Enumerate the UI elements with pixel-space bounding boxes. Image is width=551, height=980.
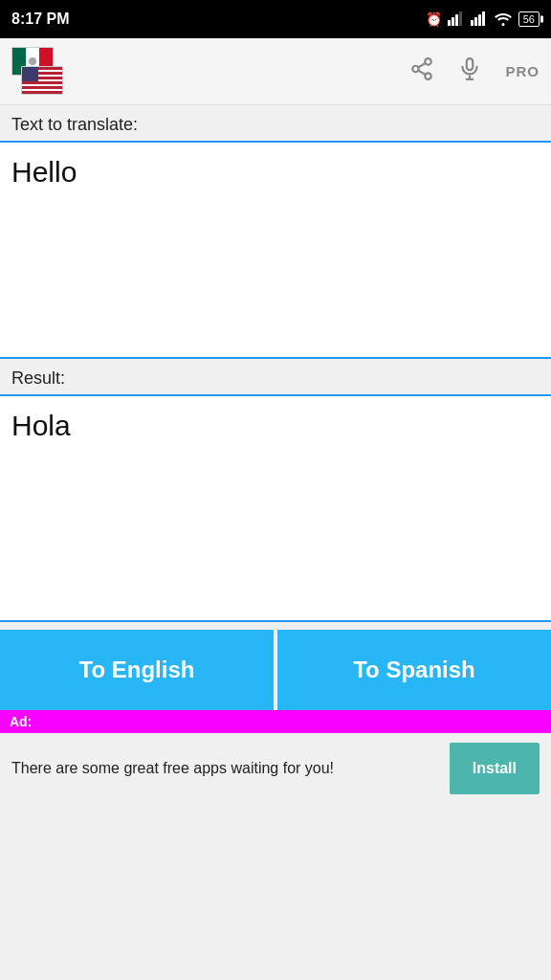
svg-rect-1 [452,17,454,26]
input-label: Text to translate: [0,105,551,141]
toolbar-icons: PRO [409,56,540,87]
buttons-row: To English To Spanish [0,630,551,710]
svg-rect-0 [448,20,451,26]
battery-indicator: 56 [518,11,540,27]
alarm-icon: ⏰ [426,11,442,27]
svg-rect-6 [478,14,481,26]
ad-content-row: There are some great free apps waiting f… [0,733,551,804]
status-icons: ⏰ [426,11,540,29]
svg-rect-13 [467,58,474,70]
pro-button[interactable]: PRO [505,63,540,79]
toolbar: PRO [0,38,551,105]
to-english-button[interactable]: To English [0,630,274,710]
svg-rect-2 [455,14,458,26]
svg-rect-3 [459,11,462,26]
translate-input[interactable] [0,143,551,353]
input-label-wrapper: Text to translate: [0,105,551,141]
wifi-icon [494,11,513,29]
signal-icon-1 [448,11,465,29]
status-bar: 8:17 PM ⏰ [0,0,551,38]
ad-message: There are some great free apps waiting f… [11,758,438,779]
input-area-wrapper [0,141,551,359]
result-textarea[interactable] [0,396,551,616]
install-button[interactable]: Install [450,743,540,794]
svg-line-12 [419,63,426,67]
result-label: Result: [0,359,551,394]
flags-container[interactable] [11,47,63,97]
svg-rect-5 [474,17,477,26]
to-spanish-button[interactable]: To Spanish [277,630,551,710]
signal-icon-2 [471,11,488,29]
microphone-icon[interactable] [457,56,482,87]
main-content: Text to translate: Result: To English To… [0,105,551,980]
svg-rect-4 [471,20,474,26]
svg-rect-7 [482,11,485,26]
result-label-wrapper: Result: [0,359,551,394]
result-area-wrapper [0,394,551,622]
flag-usa [21,66,63,95]
svg-line-11 [419,70,426,74]
status-time: 8:17 PM [11,11,69,28]
share-icon[interactable] [409,56,434,87]
ad-banner-label: Ad: [0,710,551,733]
